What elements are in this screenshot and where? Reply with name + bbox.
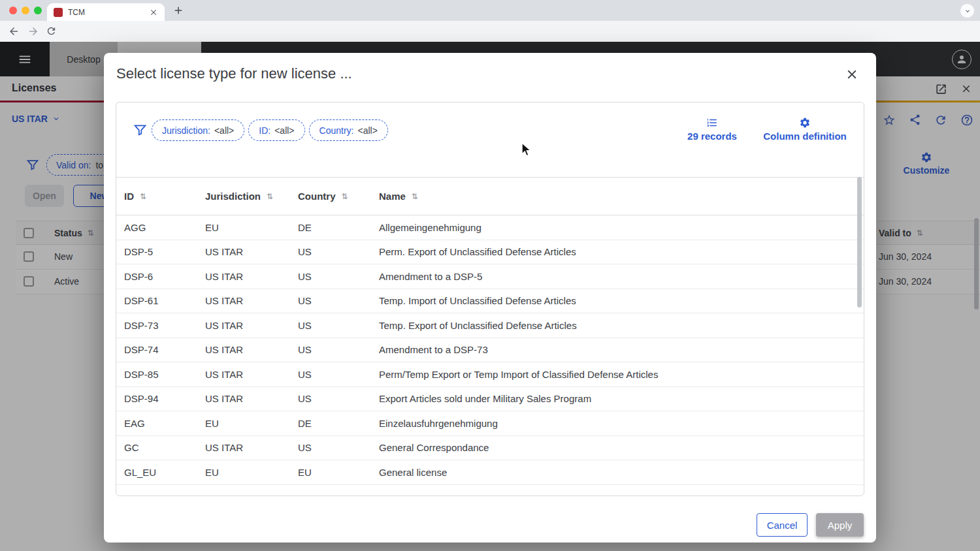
tab-search-chevron-icon[interactable] — [960, 4, 974, 18]
table-row[interactable]: EAGEUDEEinzelausfuhrgenehmigung — [116, 411, 864, 436]
sort-icon[interactable]: ⇅ — [140, 192, 146, 201]
table-cell: EU — [205, 467, 298, 478]
column-definition-label: Column definition — [763, 131, 846, 142]
table-cell: Temp. Import of Unclassified Defense Art… — [379, 295, 864, 306]
table-row[interactable]: AGGEUDEAllgemeingenehmigung — [116, 215, 864, 240]
filter-funnel-icon[interactable] — [133, 123, 147, 136]
table-cell: DE — [298, 222, 379, 233]
table-cell: DE — [298, 418, 379, 429]
filter-chip-value: <all> — [214, 125, 234, 136]
tab-close-icon[interactable] — [149, 8, 158, 17]
table-cell: US ITAR — [205, 320, 298, 331]
table-cell: US — [298, 246, 379, 257]
filter-chip-bar: Jurisdiction: <all> ID: <all> Country: <… — [152, 119, 388, 141]
table-cell: US — [298, 442, 379, 453]
table-row[interactable]: GL_EUEUEUGeneral license — [116, 460, 864, 485]
browser-toolbar — [0, 21, 980, 42]
table-cell: General Correspondance — [379, 442, 864, 453]
table-row[interactable]: DSP-6US ITARUSAmendment to a DSP-5 — [116, 264, 864, 289]
new-tab-button[interactable] — [172, 5, 184, 16]
table-row[interactable]: DSP-85US ITARUSPerm/Temp Export or Temp … — [116, 362, 864, 387]
jurisdiction-filter-chip[interactable]: Jurisdiction: <all> — [152, 119, 244, 141]
table-cell: US ITAR — [205, 246, 298, 257]
table-cell: US — [298, 320, 379, 331]
column-header-label: Jurisdiction — [205, 191, 261, 202]
name-column-header[interactable]: Name ⇅ — [379, 191, 864, 202]
table-cell: EU — [205, 418, 298, 429]
table-cell: Perm/Temp Export or Temp Import of Class… — [379, 369, 864, 380]
table-cell: DSP-73 — [124, 320, 205, 331]
column-definition-button[interactable]: Column definition — [751, 117, 858, 142]
id-filter-chip[interactable]: ID: <all> — [248, 119, 304, 141]
modal-table-header: ID ⇅ Jurisdiction ⇅ Country ⇅ Name ⇅ — [116, 177, 864, 215]
table-cell: GL_EU — [124, 467, 205, 478]
table-cell: DSP-85 — [124, 369, 205, 380]
table-cell: US ITAR — [205, 369, 298, 380]
table-row[interactable]: DSP-5US ITARUSPerm. Export of Unclassifi… — [116, 240, 864, 265]
table-cell: EU — [298, 467, 379, 478]
table-cell: US — [298, 271, 379, 282]
table-cell: Einzelausfuhrgenehmigung — [379, 418, 864, 429]
table-cell: US ITAR — [205, 344, 298, 355]
filter-chip-value: <all> — [274, 125, 294, 136]
table-cell: Perm. Export of Unclassified Defense Art… — [379, 246, 864, 257]
table-cell: General license — [379, 467, 864, 478]
table-cell: Export Articles sold under Military Sale… — [379, 393, 864, 404]
table-cell: US ITAR — [205, 393, 298, 404]
gear-icon — [799, 117, 811, 129]
table-row[interactable]: GCUS ITARUSGeneral Correspondance — [116, 436, 864, 461]
table-row[interactable]: DSP-74US ITARUSAmendment to a DSP-73 — [116, 338, 864, 363]
table-row[interactable]: DSP-73US ITARUSTemp. Export of Unclassif… — [116, 313, 864, 338]
filter-chip-value: <all> — [357, 125, 377, 136]
table-cell: Amendment to a DSP-5 — [379, 271, 864, 282]
table-row[interactable]: DSP-94US ITARUSExport Articles sold unde… — [116, 387, 864, 412]
table-cell: US ITAR — [205, 442, 298, 453]
select-license-type-dialog: Select license type for new license ... … — [104, 53, 876, 543]
table-row[interactable]: DSP-61US ITARUSTemp. Import of Unclassif… — [116, 289, 864, 314]
numbered-list-icon — [706, 117, 718, 129]
table-cell: DSP-6 — [124, 271, 205, 282]
apply-button[interactable]: Apply — [816, 513, 864, 537]
sort-icon[interactable]: ⇅ — [342, 192, 348, 201]
table-cell: DSP-5 — [124, 246, 205, 257]
column-header-label: ID — [124, 191, 134, 202]
column-header-label: Name — [379, 191, 406, 202]
sort-icon[interactable]: ⇅ — [267, 192, 273, 201]
jurisdiction-column-header[interactable]: Jurisdiction ⇅ — [205, 191, 298, 202]
tab-title: TCM — [68, 8, 85, 17]
table-cell: US — [298, 369, 379, 380]
back-button-icon[interactable] — [8, 25, 20, 37]
table-scrollbar-thumb[interactable] — [857, 177, 862, 307]
table-cell: Amendment to a DSP-73 — [379, 344, 864, 355]
forward-button-icon[interactable] — [27, 25, 39, 37]
table-cell: US — [298, 295, 379, 306]
sort-icon[interactable]: ⇅ — [412, 192, 418, 201]
table-cell: US ITAR — [205, 271, 298, 282]
table-cell: DSP-94 — [124, 393, 205, 404]
table-cell: US — [298, 393, 379, 404]
filter-chip-label: Jurisdiction: — [162, 125, 210, 136]
table-cell: GC — [124, 442, 205, 453]
table-cell: Allgemeingenehmigung — [379, 222, 864, 233]
cancel-button[interactable]: Cancel — [757, 513, 808, 537]
table-cell: EAG — [124, 418, 205, 429]
browser-tab[interactable]: TCM — [47, 3, 165, 21]
screen: TCM — [0, 0, 980, 551]
traffic-light-close-icon[interactable] — [9, 7, 17, 14]
table-cell: US — [298, 344, 379, 355]
records-count: 29 records — [672, 117, 753, 142]
id-column-header[interactable]: ID ⇅ — [124, 191, 205, 202]
tab-favicon — [54, 8, 63, 17]
country-column-header[interactable]: Country ⇅ — [298, 191, 379, 202]
table-cell: EU — [205, 222, 298, 233]
browser-tab-strip: TCM — [0, 0, 980, 21]
country-filter-chip[interactable]: Country: <all> — [309, 119, 388, 141]
license-type-panel: Jurisdiction: <all> ID: <all> Country: <… — [116, 102, 864, 496]
traffic-light-zoom-icon[interactable] — [34, 7, 42, 14]
dialog-close-icon[interactable] — [845, 67, 859, 82]
filter-chip-label: Country: — [319, 125, 354, 136]
dialog-title: Select license type for new license ... — [116, 65, 352, 82]
table-cell: Temp. Export of Unclassified Defense Art… — [379, 320, 864, 331]
traffic-light-minimize-icon[interactable] — [22, 7, 29, 14]
reload-button-icon[interactable] — [46, 25, 57, 37]
